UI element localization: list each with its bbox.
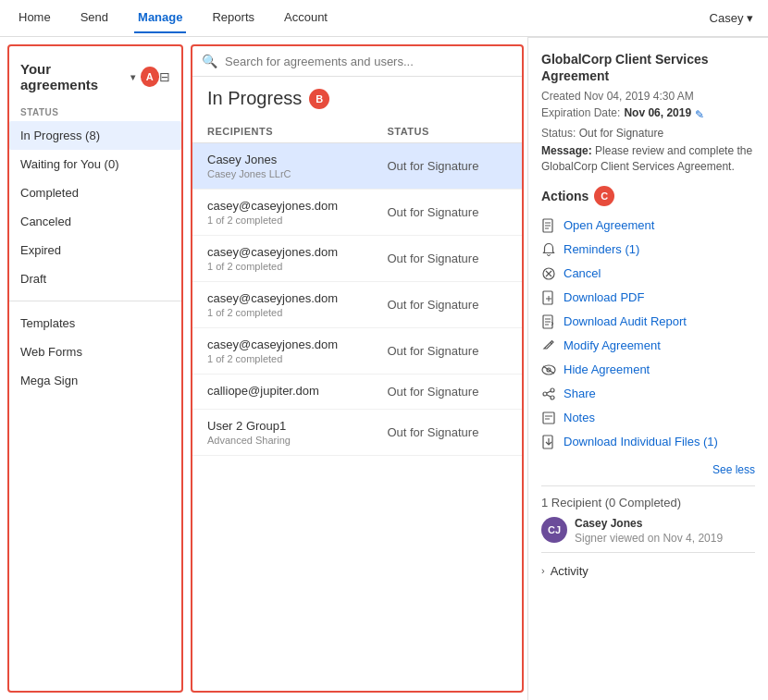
col-header-recipients: RECIPIENTS [207,126,387,137]
recipient-name: User 2 Group1 [207,419,387,433]
table-row[interactable]: Casey Jones Casey Jones LLrC Out for Sig… [192,143,522,190]
recipient-section-title: 1 Recipient (0 Completed) [541,496,755,510]
chevron-right-icon: › [541,565,545,576]
nav-items: Home Send Manage Reports Account [15,3,331,33]
recipient-sub: Advanced Sharing [207,435,387,446]
filter-icon[interactable]: ⊟ [159,69,170,84]
activity-label: Activity [551,564,588,578]
status-row: Status: Out for Signature [541,127,755,140]
svg-rect-2 [543,291,552,304]
action-label: Hide Agreement [564,362,650,376]
row-status: Out for Signature [387,159,507,173]
recipient-info: calliope@jupiter.dom [207,384,387,399]
badge-a: A [141,67,159,87]
your-agreements-title[interactable]: Your agreements ▾ A [20,61,159,92]
agreement-title: GlobalCorp Client Services Agreement [541,51,755,84]
recipient-sub: 1 of 2 completed [207,307,387,318]
row-status: Out for Signature [387,385,507,399]
search-input[interactable] [225,55,513,68]
recipient-info: User 2 Group1 Advanced Sharing [207,419,387,446]
top-navigation: Home Send Manage Reports Account Casey ▾ [0,0,768,37]
sidebar-title-text: Your agreements [20,61,125,92]
table-row[interactable]: casey@caseyjones.dom 1 of 2 completed Ou… [192,236,522,282]
action-open-agreement[interactable]: Open Agreement [541,214,755,238]
recipient-info: Casey Jones Casey Jones LLrC [207,153,387,179]
recipient-name: casey@caseyjones.dom [207,291,387,305]
sidebar-item-webforms[interactable]: Web Forms [9,338,181,366]
recipient-item: CJ Casey Jones Signer viewed on Nov 4, 2… [541,517,755,545]
activity-section: › Activity [541,552,755,582]
action-modify[interactable]: Modify Agreement [541,334,755,358]
user-menu[interactable]: Casey ▾ [710,11,753,25]
recipient-detail-sub: Signer viewed on Nov 4, 2019 [575,532,723,545]
nav-home[interactable]: Home [15,3,55,33]
action-notes[interactable]: Notes [541,406,755,430]
row-status: Out for Signature [387,205,507,219]
table-row[interactable]: casey@caseyjones.dom 1 of 2 completed Ou… [192,282,522,328]
row-status: Out for Signature [387,298,507,312]
activity-header[interactable]: › Activity [541,560,755,582]
recipient-detail: Casey Jones Signer viewed on Nov 4, 2019 [575,517,723,545]
action-label: Download Individual Files (1) [564,435,718,448]
nav-reports[interactable]: Reports [208,3,258,33]
share-icon [541,387,556,401]
action-download-audit[interactable]: Download Audit Report [541,310,755,334]
sidebar: Your agreements ▾ A ⊟ STATUS In Progress… [7,44,183,693]
table-col-headers: RECIPIENTS STATUS [192,120,522,143]
recipient-sub: 1 of 2 completed [207,261,387,272]
recipient-name: casey@caseyjones.dom [207,245,387,259]
hide-icon [541,362,556,377]
sidebar-item-inprogress[interactable]: In Progress (8) [9,121,181,150]
recipient-sub: 1 of 2 completed [207,215,387,226]
recipient-name: Casey Jones [207,153,387,166]
table-row[interactable]: casey@caseyjones.dom 1 of 2 completed Ou… [192,328,522,375]
row-status: Out for Signature [387,344,507,358]
see-less-button[interactable]: See less [541,463,755,476]
edit-icon[interactable]: ✎ [695,108,704,121]
sidebar-item-megasign[interactable]: Mega Sign [9,366,181,395]
action-label: Notes [564,411,595,424]
action-reminders[interactable]: Reminders (1) [541,238,755,262]
action-download-pdf[interactable]: Download PDF [541,286,755,310]
sidebar-item-waitingforyou[interactable]: Waiting for You (0) [9,150,181,178]
action-hide[interactable]: Hide Agreement [541,358,755,382]
nav-send[interactable]: Send [77,3,112,33]
recipient-name: calliope@jupiter.dom [207,384,387,398]
expiration-row: Expiration Date: Nov 06, 2019 ✎ [541,106,755,123]
main-layout: Your agreements ▾ A ⊟ STATUS In Progress… [0,37,768,700]
svg-point-8 [551,396,554,399]
right-panel: GlobalCorp Client Services Agreement Cre… [527,37,768,700]
action-download-files[interactable]: Download Individual Files (1) [541,430,755,454]
action-cancel[interactable]: Cancel [541,262,755,286]
recipient-sub: Casey Jones LLrC [207,168,387,179]
action-label: Share [564,387,596,400]
recipient-info: casey@caseyjones.dom 1 of 2 completed [207,338,387,364]
nav-manage[interactable]: Manage [134,3,186,33]
row-status: Out for Signature [387,425,507,439]
document-icon [541,218,556,233]
table-row[interactable]: casey@caseyjones.dom 1 of 2 completed Ou… [192,190,522,236]
expiration-label: Expiration Date: [541,106,620,119]
sidebar-item-draft[interactable]: Draft [9,264,181,293]
nav-account[interactable]: Account [280,3,331,33]
sidebar-item-templates[interactable]: Templates [9,309,181,338]
svg-rect-9 [543,412,554,424]
recipient-info: casey@caseyjones.dom 1 of 2 completed [207,199,387,226]
recipients-table: RECIPIENTS STATUS Casey Jones Casey Jone… [192,120,522,691]
sidebar-item-completed[interactable]: Completed [9,178,181,207]
status-label: Status: [541,127,576,140]
svg-point-7 [543,392,547,396]
search-bar: 🔍 [192,46,522,77]
table-row[interactable]: calliope@jupiter.dom Out for Signature [192,375,522,410]
action-share[interactable]: Share [541,382,755,406]
action-label: Modify Agreement [564,338,661,352]
table-row[interactable]: User 2 Group1 Advanced Sharing Out for S… [192,410,522,456]
sidebar-item-expired[interactable]: Expired [9,236,181,264]
agreement-created: Created Nov 04, 2019 4:30 AM [541,90,755,103]
col-header-status: STATUS [387,126,507,137]
sidebar-item-canceled[interactable]: Canceled [9,207,181,236]
download-files-icon [541,435,556,449]
modify-icon [541,338,556,353]
cancel-icon [541,266,556,281]
avatar: CJ [541,517,567,543]
